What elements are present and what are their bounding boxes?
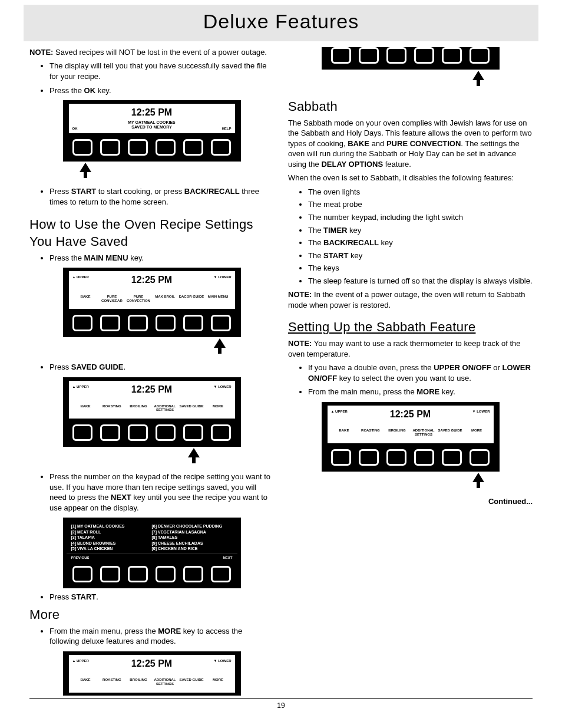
soft-key[interactable] [156, 566, 176, 582]
soft-key[interactable] [183, 424, 203, 441]
step-press-number: Press the number on the keypad of the re… [49, 472, 274, 513]
sabbath-para-2: When the oven is set to Sabbath, it disa… [288, 173, 533, 183]
arrow-icon [472, 473, 484, 482]
soft-key[interactable] [470, 449, 490, 466]
soft-key[interactable] [211, 315, 231, 331]
soft-key[interactable] [72, 566, 92, 582]
soft-key[interactable] [156, 315, 176, 331]
soft-key[interactable] [359, 47, 379, 64]
arrow-icon [80, 163, 91, 172]
soft-key[interactable] [100, 424, 120, 441]
soft-key[interactable] [331, 47, 351, 64]
intro-bullet-1: The display will tell you that you have … [49, 61, 274, 81]
sabbath-para-1: The Sabbath mode on your oven complies w… [288, 118, 533, 170]
soft-key[interactable] [72, 424, 92, 441]
soft-key[interactable] [72, 139, 92, 156]
heading-setup-sabbath: Setting Up the Sabbath Feature [288, 318, 533, 336]
sabbath-item: The number keypad, including the light s… [308, 212, 533, 223]
soft-key[interactable] [128, 424, 148, 441]
display-time: 12:25 PM [72, 106, 232, 119]
step-main-menu: Press the MAIN MENU key. [49, 253, 274, 263]
arrow-icon [188, 448, 200, 457]
soft-key[interactable] [100, 315, 120, 331]
intro-bullet-2: Press the OK key. [49, 85, 274, 96]
soft-key[interactable] [414, 449, 434, 466]
soft-key[interactable] [442, 47, 462, 64]
oven-display-more-menu: ▲ UPPER ▼ LOWER 12:25 PM BAKE ROASTING B… [63, 377, 241, 447]
sabbath-item: The TIMER key [308, 225, 533, 236]
setup-step-2: From the main menu, press the MORE key. [308, 387, 533, 397]
setup-note: NOTE: You may want to use a rack thermom… [288, 338, 533, 359]
more-step: From the main menu, press the MORE key t… [49, 626, 274, 647]
soft-key[interactable] [128, 315, 148, 331]
step-press-start: Press START. [49, 592, 274, 602]
sabbath-item: The meat probe [308, 199, 533, 210]
soft-key[interactable] [183, 139, 203, 156]
sabbath-note: NOTE: In the event of a power outage, th… [288, 289, 533, 310]
sabbath-item: The keys [308, 263, 533, 274]
sabbath-item: The sleep feature is turned off so that … [308, 276, 533, 286]
continued-label: Continued... [288, 496, 533, 507]
sabbath-item: The oven lights [308, 187, 533, 197]
soft-key[interactable] [128, 139, 148, 156]
press-start-bullet: Press START to start cooking, or press B… [49, 186, 274, 207]
soft-key[interactable] [211, 566, 231, 582]
oven-display-recipe-list: [1] MY OATMEAL COOKIES [2] MEAT ROLL [3]… [63, 518, 241, 588]
soft-key[interactable] [211, 424, 231, 441]
sabbath-item: The START key [308, 251, 533, 261]
soft-key[interactable] [331, 449, 351, 466]
oven-display-more-bottom: ▲ UPPER ▼ LOWER 12:25 PM BAKE ROASTING B… [322, 402, 500, 472]
soft-key[interactable] [156, 424, 176, 441]
oven-display-main-menu: ▲ UPPER ▼ LOWER 12:25 PM BAKE PURE CONV/… [63, 268, 241, 337]
sabbath-item: The BACK/RECALL key [308, 238, 533, 248]
soft-key[interactable] [100, 139, 120, 156]
soft-key[interactable] [442, 449, 462, 466]
setup-step-1: If you have a double oven, press the UPP… [308, 363, 533, 383]
page-number: 19 [29, 698, 533, 710]
arrow-icon [214, 338, 226, 348]
soft-key[interactable] [386, 449, 406, 466]
soft-key[interactable] [386, 47, 406, 64]
soft-key[interactable] [211, 139, 231, 156]
intro-note: NOTE: Saved recipes will NOT be lost in … [29, 47, 274, 58]
ok-label: OK [72, 126, 78, 131]
soft-key[interactable] [183, 566, 203, 582]
arrow-icon [472, 71, 484, 80]
soft-key[interactable] [414, 47, 434, 64]
heading-more: More [29, 606, 274, 624]
soft-key[interactable] [100, 566, 120, 582]
heading-saved-recipes: How to Use the Oven Recipe Settings You … [29, 216, 274, 251]
oven-display-saved: 12:25 PM MY OATMEAL COOKIES SAVED TO MEM… [63, 100, 241, 162]
step-saved-guide: Press SAVED GUIDE. [49, 362, 274, 373]
soft-key[interactable] [156, 139, 176, 156]
soft-key[interactable] [183, 315, 203, 331]
soft-key[interactable] [128, 566, 148, 582]
soft-key[interactable] [359, 449, 379, 466]
page-title: Deluxe Features [24, 5, 538, 41]
soft-key[interactable] [72, 315, 92, 331]
heading-sabbath: Sabbath [288, 98, 533, 116]
help-label: HELP [222, 126, 231, 131]
soft-key[interactable] [470, 47, 490, 64]
